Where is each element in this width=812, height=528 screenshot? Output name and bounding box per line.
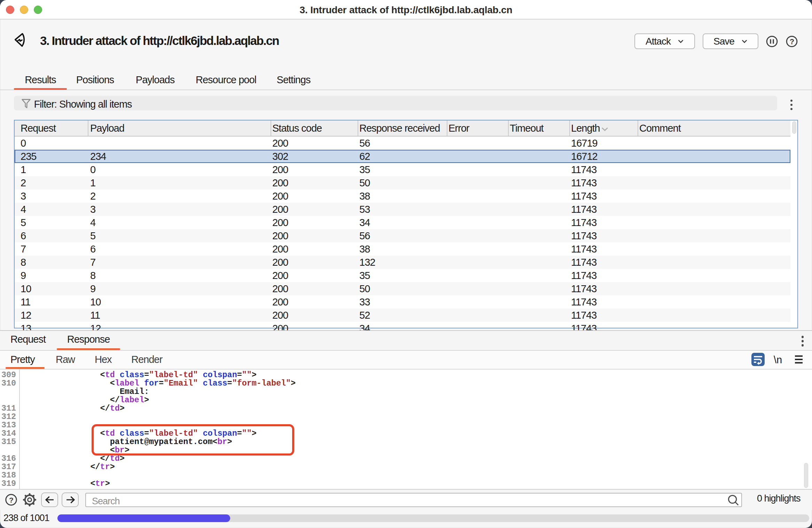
svg-text:?: ? [9,496,13,504]
svg-text:?: ? [790,37,794,46]
